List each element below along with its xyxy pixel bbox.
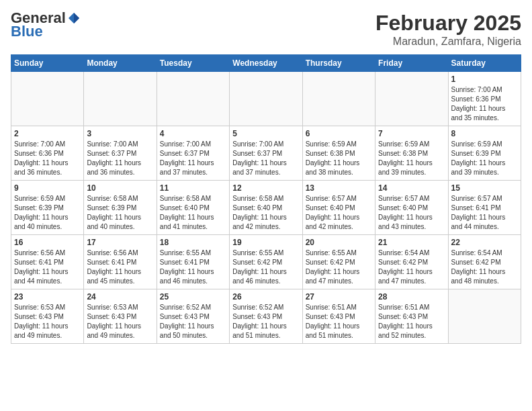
day-info: Sunrise: 6:53 AM Sunset: 6:43 PM Dayligh…	[14, 303, 81, 340]
day-number: 20	[306, 238, 372, 247]
day-info: Sunrise: 6:55 AM Sunset: 6:42 PM Dayligh…	[306, 248, 372, 286]
day-number: 27	[306, 292, 372, 302]
calendar-header-sunday: Sunday	[11, 55, 84, 72]
day-info: Sunrise: 6:53 AM Sunset: 6:43 PM Dayligh…	[87, 303, 153, 340]
location-subtitle: Maradun, Zamfara, Nigeria	[375, 36, 521, 48]
table-row	[157, 72, 229, 126]
day-info: Sunrise: 6:56 AM Sunset: 6:41 PM Dayligh…	[14, 248, 81, 286]
table-row: 25Sunrise: 6:52 AM Sunset: 6:43 PM Dayli…	[157, 289, 229, 344]
day-info: Sunrise: 6:59 AM Sunset: 6:39 PM Dayligh…	[451, 140, 518, 177]
day-info: Sunrise: 6:59 AM Sunset: 6:39 PM Dayligh…	[14, 194, 81, 232]
day-number: 12	[232, 183, 299, 193]
day-number: 9	[14, 183, 81, 193]
table-row: 18Sunrise: 6:55 AM Sunset: 6:41 PM Dayli…	[157, 235, 229, 289]
table-row: 12Sunrise: 6:58 AM Sunset: 6:40 PM Dayli…	[230, 181, 302, 235]
table-row: 27Sunrise: 6:51 AM Sunset: 6:43 PM Dayli…	[302, 289, 375, 344]
table-row: 15Sunrise: 6:57 AM Sunset: 6:41 PM Dayli…	[448, 181, 521, 235]
day-number: 15	[451, 183, 518, 193]
day-info: Sunrise: 6:58 AM Sunset: 6:39 PM Dayligh…	[87, 194, 153, 232]
day-info: Sunrise: 6:57 AM Sunset: 6:41 PM Dayligh…	[451, 194, 518, 232]
table-row	[230, 72, 302, 126]
table-row: 23Sunrise: 6:53 AM Sunset: 6:43 PM Dayli…	[11, 289, 84, 344]
table-row: 16Sunrise: 6:56 AM Sunset: 6:41 PM Dayli…	[11, 235, 84, 289]
table-row	[302, 72, 375, 126]
calendar-week-row: 9Sunrise: 6:59 AM Sunset: 6:39 PM Daylig…	[11, 181, 521, 235]
day-info: Sunrise: 6:55 AM Sunset: 6:41 PM Dayligh…	[160, 248, 226, 286]
day-number: 19	[232, 238, 299, 247]
day-info: Sunrise: 6:52 AM Sunset: 6:43 PM Dayligh…	[232, 303, 299, 340]
day-info: Sunrise: 6:59 AM Sunset: 6:38 PM Dayligh…	[378, 140, 445, 177]
calendar-week-row: 16Sunrise: 6:56 AM Sunset: 6:41 PM Dayli…	[11, 235, 521, 289]
day-info: Sunrise: 6:57 AM Sunset: 6:40 PM Dayligh…	[378, 194, 445, 232]
calendar-header-wednesday: Wednesday	[230, 55, 302, 72]
day-number: 23	[14, 292, 81, 302]
table-row: 19Sunrise: 6:55 AM Sunset: 6:42 PM Dayli…	[230, 235, 302, 289]
table-row: 10Sunrise: 6:58 AM Sunset: 6:39 PM Dayli…	[84, 181, 157, 235]
day-info: Sunrise: 6:54 AM Sunset: 6:42 PM Dayligh…	[378, 248, 445, 286]
table-row: 28Sunrise: 6:51 AM Sunset: 6:43 PM Dayli…	[375, 289, 448, 344]
page-header: General Blue February 2025 Maradun, Zamf…	[11, 11, 521, 48]
table-row	[11, 72, 84, 126]
table-row: 7Sunrise: 6:59 AM Sunset: 6:38 PM Daylig…	[375, 126, 448, 181]
day-number: 7	[378, 129, 445, 138]
day-info: Sunrise: 6:52 AM Sunset: 6:43 PM Dayligh…	[160, 303, 226, 340]
day-info: Sunrise: 6:51 AM Sunset: 6:43 PM Dayligh…	[378, 303, 445, 340]
calendar-week-row: 1Sunrise: 7:00 AM Sunset: 6:36 PM Daylig…	[11, 72, 521, 126]
table-row	[375, 72, 448, 126]
day-info: Sunrise: 6:54 AM Sunset: 6:42 PM Dayligh…	[451, 248, 518, 286]
day-number: 1	[451, 75, 518, 84]
day-number: 14	[378, 183, 445, 193]
calendar-header-saturday: Saturday	[448, 55, 521, 72]
table-row: 8Sunrise: 6:59 AM Sunset: 6:39 PM Daylig…	[448, 126, 521, 181]
day-number: 16	[14, 238, 81, 247]
month-title: February 2025	[375, 11, 521, 36]
day-number: 25	[160, 292, 226, 302]
day-info: Sunrise: 7:00 AM Sunset: 6:37 PM Dayligh…	[232, 140, 299, 177]
table-row: 20Sunrise: 6:55 AM Sunset: 6:42 PM Dayli…	[302, 235, 375, 289]
calendar-week-row: 2Sunrise: 7:00 AM Sunset: 6:36 PM Daylig…	[11, 126, 521, 181]
day-number: 10	[87, 183, 153, 193]
day-info: Sunrise: 6:58 AM Sunset: 6:40 PM Dayligh…	[232, 194, 299, 232]
day-number: 2	[14, 129, 81, 138]
day-info: Sunrise: 7:00 AM Sunset: 6:36 PM Dayligh…	[451, 85, 518, 123]
table-row: 9Sunrise: 6:59 AM Sunset: 6:39 PM Daylig…	[11, 181, 84, 235]
table-row: 21Sunrise: 6:54 AM Sunset: 6:42 PM Dayli…	[375, 235, 448, 289]
calendar-week-row: 23Sunrise: 6:53 AM Sunset: 6:43 PM Dayli…	[11, 289, 521, 344]
day-info: Sunrise: 6:56 AM Sunset: 6:41 PM Dayligh…	[87, 248, 153, 286]
table-row: 13Sunrise: 6:57 AM Sunset: 6:40 PM Dayli…	[302, 181, 375, 235]
day-number: 13	[306, 183, 372, 193]
day-info: Sunrise: 6:55 AM Sunset: 6:42 PM Dayligh…	[232, 248, 299, 286]
day-info: Sunrise: 6:51 AM Sunset: 6:43 PM Dayligh…	[306, 303, 372, 340]
day-number: 22	[451, 238, 518, 247]
table-row	[448, 289, 521, 344]
day-number: 26	[232, 292, 299, 302]
table-row: 17Sunrise: 6:56 AM Sunset: 6:41 PM Dayli…	[84, 235, 157, 289]
table-row: 1Sunrise: 7:00 AM Sunset: 6:36 PM Daylig…	[448, 72, 521, 126]
day-number: 6	[306, 129, 372, 138]
table-row: 4Sunrise: 7:00 AM Sunset: 6:37 PM Daylig…	[157, 126, 229, 181]
day-number: 18	[160, 238, 226, 247]
table-row: 2Sunrise: 7:00 AM Sunset: 6:36 PM Daylig…	[11, 126, 84, 181]
logo: General Blue	[11, 11, 81, 39]
table-row: 11Sunrise: 6:58 AM Sunset: 6:40 PM Dayli…	[157, 181, 229, 235]
table-row: 24Sunrise: 6:53 AM Sunset: 6:43 PM Dayli…	[84, 289, 157, 344]
svg-marker-1	[74, 13, 79, 24]
day-number: 5	[232, 129, 299, 138]
day-info: Sunrise: 7:00 AM Sunset: 6:36 PM Dayligh…	[14, 140, 81, 177]
day-info: Sunrise: 6:58 AM Sunset: 6:40 PM Dayligh…	[160, 194, 226, 232]
day-number: 28	[378, 292, 445, 302]
day-info: Sunrise: 7:00 AM Sunset: 6:37 PM Dayligh…	[160, 140, 226, 177]
day-number: 11	[160, 183, 226, 193]
logo-blue-text: Blue	[11, 24, 43, 39]
table-row: 6Sunrise: 6:59 AM Sunset: 6:38 PM Daylig…	[302, 126, 375, 181]
calendar-header-friday: Friday	[375, 55, 448, 72]
calendar-header-tuesday: Tuesday	[157, 55, 229, 72]
table-row: 5Sunrise: 7:00 AM Sunset: 6:37 PM Daylig…	[230, 126, 302, 181]
day-number: 3	[87, 129, 153, 138]
calendar-header-monday: Monday	[84, 55, 157, 72]
calendar-table: SundayMondayTuesdayWednesdayThursdayFrid…	[11, 54, 521, 344]
title-block: February 2025 Maradun, Zamfara, Nigeria	[375, 11, 521, 48]
table-row: 26Sunrise: 6:52 AM Sunset: 6:43 PM Dayli…	[230, 289, 302, 344]
table-row: 14Sunrise: 6:57 AM Sunset: 6:40 PM Dayli…	[375, 181, 448, 235]
day-info: Sunrise: 6:57 AM Sunset: 6:40 PM Dayligh…	[306, 194, 372, 232]
